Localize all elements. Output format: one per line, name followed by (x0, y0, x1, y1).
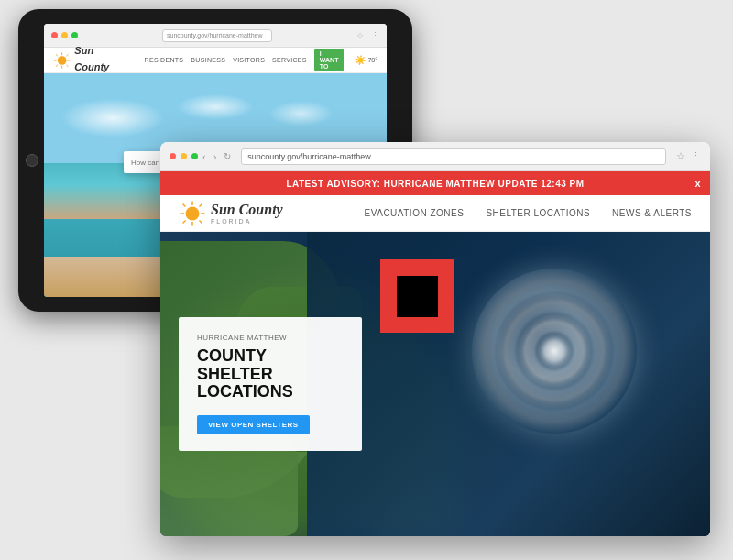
browser-logo-sub: FLORIDA (211, 218, 283, 225)
tablet-nav-services[interactable]: SERVICES (272, 57, 307, 63)
svg-line-5 (56, 54, 58, 56)
weather-temp: 78° (367, 57, 377, 63)
browser-dot-red (170, 153, 176, 159)
dot-red (51, 32, 58, 38)
browser-hero: HURRICANE MATTHEW COUNTY SHELTER LOCATIO… (160, 232, 710, 536)
refresh-icon[interactable]: ↻ (224, 151, 231, 161)
svg-line-16 (183, 203, 186, 206)
browser-sun-county-logo-icon (179, 200, 206, 227)
tablet-nav-business[interactable]: BUSINESS (191, 57, 225, 63)
hero-content-card: HURRICANE MATTHEW COUNTY SHELTER LOCATIO… (179, 317, 362, 451)
browser-navbar: Sun County FLORIDA EVACUATION ZONES SHEL… (160, 195, 710, 232)
tablet-bookmark-icon: ☆ (356, 31, 364, 40)
tablet-home-button[interactable] (26, 154, 38, 167)
advisory-bar: LATEST ADVISORY: HURRICANE MATTHEW UPDAT… (160, 171, 710, 195)
browser-chrome: ‹ › ↻ suncounty.gov/hurricane-matthew ☆ … (160, 142, 710, 171)
browser-menu-icon[interactable]: ⋮ (691, 150, 701, 162)
browser-action-icons: ☆ ⋮ (676, 150, 701, 162)
tablet-nav-visitors[interactable]: VISITORS (233, 57, 265, 63)
svg-point-0 (58, 56, 67, 65)
hero-cta-button[interactable]: VIEW OPEN SHELTERS (197, 415, 310, 434)
hero-content-area: HURRICANE MATTHEW COUNTY SHELTER LOCATIO… (160, 232, 399, 536)
browser-window: ‹ › ↻ suncounty.gov/hurricane-matthew ☆ … (160, 142, 710, 536)
tablet-navbar: Sun County FLORIDA RESIDENTS BUSINESS VI… (44, 48, 387, 73)
svg-line-6 (66, 64, 68, 66)
browser-nav-news[interactable]: NEWS & ALERTS (612, 208, 692, 218)
svg-line-8 (56, 64, 58, 66)
hero-title: COUNTY SHELTER LOCATIONS (197, 347, 344, 401)
browser-nav-shelter[interactable]: SHELTER LOCATIONS (486, 208, 590, 218)
forward-arrow-icon[interactable]: › (213, 151, 217, 162)
tablet-nav-links: RESIDENTS BUSINESS VISITORS SERVICES I W… (145, 49, 377, 71)
advisory-text: LATEST ADVISORY: HURRICANE MATTHEW UPDAT… (286, 179, 584, 189)
browser-nav-evacuation[interactable]: EVACUATION ZONES (365, 208, 465, 218)
back-arrow-icon[interactable]: ‹ (202, 151, 206, 162)
dot-yellow (61, 32, 68, 38)
weather-sun-icon: ☀️ (355, 55, 366, 65)
sun-county-logo-icon (53, 50, 71, 71)
browser-logo-name: Sun County (211, 202, 283, 217)
browser-nav-links: EVACUATION ZONES SHELTER LOCATIONS NEWS … (365, 208, 692, 218)
hurricane-visual (472, 269, 637, 434)
tablet-nav-cta[interactable]: I WANT TO (314, 49, 345, 71)
tablet-url-bar[interactable]: suncounty.gov/hurricane-matthew (162, 29, 272, 42)
svg-line-7 (66, 54, 68, 56)
svg-line-17 (200, 220, 202, 223)
svg-point-11 (186, 206, 200, 220)
hurricane-spiral (472, 269, 637, 434)
browser-nav-icons: ‹ › ↻ (202, 151, 231, 162)
browser-url-bar[interactable]: suncounty.gov/hurricane-matthew (241, 148, 666, 165)
browser-logo: Sun County FLORIDA (179, 200, 283, 227)
browser-dot-green (191, 153, 198, 159)
hero-eyebrow: HURRICANE MATTHEW (197, 334, 344, 342)
tablet-nav-residents[interactable]: RESIDENTS (145, 57, 184, 63)
svg-line-19 (183, 220, 186, 223)
browser-dot-yellow (181, 153, 187, 159)
tablet-logo-name: Sun County (74, 45, 109, 72)
dot-green (71, 32, 78, 38)
tablet-menu-icon: ⋮ (371, 31, 379, 40)
hurricane-flag-black-square (397, 276, 438, 317)
browser-bookmark-icon[interactable]: ☆ (676, 150, 685, 162)
tablet-url-text: suncounty.gov/hurricane-matthew (167, 32, 263, 38)
svg-line-18 (200, 203, 202, 206)
advisory-close-button[interactable]: x (695, 178, 701, 189)
browser-url-text: suncounty.gov/hurricane-matthew (247, 152, 370, 161)
tablet-weather: ☀️ 78° (355, 55, 377, 65)
